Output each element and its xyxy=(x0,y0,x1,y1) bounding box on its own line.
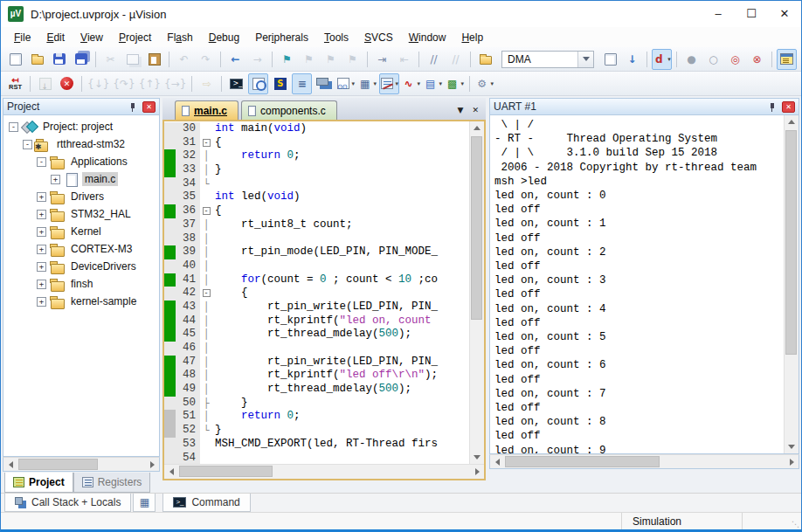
editor-tab-components-c[interactable]: components.c xyxy=(241,100,337,120)
tree-item-rtthread-stm32[interactable]: -rtthread-stm32 xyxy=(3,135,159,153)
open-file-button[interactable] xyxy=(27,49,47,70)
outdent-button[interactable]: ⇤ xyxy=(394,49,414,70)
disable-breakpoint-button[interactable]: ○ xyxy=(703,49,723,70)
editor-tab-main-c[interactable]: main.c xyxy=(175,100,239,120)
system-viewer-button[interactable]: ▤▾ xyxy=(423,73,443,94)
scrollbar-thumb[interactable] xyxy=(179,466,273,477)
editor-vertical-scrollbar[interactable] xyxy=(469,121,484,464)
debug-settings-button[interactable]: ⚙▾ xyxy=(474,73,494,94)
tree-expander[interactable]: + xyxy=(51,175,60,184)
toggle-bookmark-button[interactable]: ⚑ xyxy=(277,49,297,70)
menu-peripherals[interactable]: Peripherals xyxy=(247,29,316,46)
menu-flash[interactable]: Flash xyxy=(159,29,200,46)
paste-button[interactable] xyxy=(144,49,164,70)
editor-horizontal-scrollbar[interactable] xyxy=(164,464,484,479)
watch-windows-button[interactable]: ▾ xyxy=(335,73,356,94)
fold-collapse-icon[interactable]: - xyxy=(203,139,211,147)
search-dropdown-button[interactable] xyxy=(577,52,593,67)
tree-expander[interactable]: - xyxy=(37,157,46,167)
scroll-left-icon[interactable] xyxy=(3,458,17,471)
uart-horizontal-scrollbar[interactable] xyxy=(489,454,799,469)
insert-breakpoint-button[interactable]: ● xyxy=(681,49,702,70)
menu-file[interactable]: File xyxy=(6,29,38,46)
tree-expander[interactable]: + xyxy=(37,245,46,254)
registers-window-button[interactable]: ≡ xyxy=(292,73,312,94)
scroll-down-icon[interactable] xyxy=(785,440,799,453)
tree-item-stm32-hal[interactable]: +STM32_HAL xyxy=(3,205,159,223)
cut-button[interactable]: ✂ xyxy=(100,49,121,70)
dropdown-arrow-icon[interactable]: ▾ xyxy=(352,80,356,87)
tree-expander[interactable]: + xyxy=(37,192,46,202)
scrollbar-thumb[interactable] xyxy=(785,130,797,355)
tab-project[interactable]: Project xyxy=(4,473,73,493)
close-button[interactable]: ✕ xyxy=(768,1,801,27)
command-tab[interactable]: >_ Command xyxy=(162,494,250,512)
scroll-right-icon[interactable] xyxy=(145,458,159,471)
step-into-button[interactable]: {↓} xyxy=(86,73,110,94)
tree-expander[interactable]: + xyxy=(37,280,46,289)
run-to-cursor-button[interactable]: {→} xyxy=(163,73,187,94)
menu-tools[interactable]: Tools xyxy=(316,29,356,46)
scroll-left-icon[interactable] xyxy=(490,455,504,468)
tree-expander[interactable]: + xyxy=(37,210,46,219)
dropdown-arrow-icon[interactable]: ▾ xyxy=(461,80,465,87)
close-icon[interactable]: ✕ xyxy=(782,101,795,113)
code-editor[interactable]: 30 int main(void)31-{32│ return 0;33│}34… xyxy=(164,121,469,464)
tree-item-main-c[interactable]: +main.c xyxy=(3,170,159,188)
call-stack-window-button[interactable] xyxy=(314,73,334,94)
menu-window[interactable]: Window xyxy=(401,29,454,46)
save-button[interactable] xyxy=(49,49,69,70)
undo-button[interactable]: ↶ xyxy=(174,49,194,70)
find-dropdown-button[interactable]: d▾ xyxy=(652,49,672,70)
next-bookmark-button[interactable]: ⚑ xyxy=(321,49,341,70)
scroll-up-icon[interactable] xyxy=(470,121,484,135)
dropdown-arrow-icon[interactable]: ▾ xyxy=(439,80,443,87)
menu-help[interactable]: Help xyxy=(453,29,491,46)
step-over-button[interactable]: {↷} xyxy=(112,73,135,94)
dropdown-arrow-icon[interactable]: ▾ xyxy=(418,80,421,87)
tree-item-project-project[interactable]: -Project: project xyxy=(3,118,159,135)
memory-window-button[interactable]: ▦ xyxy=(133,494,156,512)
fold-marker[interactable]: - xyxy=(200,287,212,301)
fold-marker[interactable]: - xyxy=(200,204,212,218)
tree-item-kernel-sample[interactable]: +kernel-sample xyxy=(3,293,159,310)
copy-button[interactable] xyxy=(122,49,142,70)
scrollbar-thumb[interactable] xyxy=(505,456,660,467)
dropdown-arrow-icon[interactable]: ▾ xyxy=(374,80,377,87)
memory-windows-button[interactable]: ▦▾ xyxy=(357,73,377,94)
callstack-tab[interactable]: Call Stack + Locals xyxy=(4,494,131,512)
scrollbar-thumb[interactable] xyxy=(471,136,482,320)
clear-bookmarks-button[interactable]: ⚑ xyxy=(342,49,363,70)
scroll-right-icon[interactable] xyxy=(470,466,484,479)
menu-debug[interactable]: Debug xyxy=(201,29,247,46)
indent-button[interactable]: ⇥ xyxy=(372,49,392,70)
previous-bookmark-button[interactable]: ⚑ xyxy=(299,49,319,70)
uart-terminal[interactable]: \ | /- RT - Thread Operating System / | … xyxy=(490,115,784,453)
tree-expander[interactable]: + xyxy=(37,297,46,307)
command-window-button[interactable]: >_ xyxy=(226,73,246,94)
close-icon[interactable]: ✕ xyxy=(142,101,156,113)
dropdown-arrow-icon[interactable]: ▾ xyxy=(396,80,399,87)
tab-list-icon[interactable]: ▼ xyxy=(458,106,464,114)
tab-registers[interactable]: Registers xyxy=(73,473,151,493)
tree-expander[interactable]: - xyxy=(9,122,18,132)
new-file-button[interactable] xyxy=(5,49,25,70)
serial-windows-button[interactable]: ▾ xyxy=(379,73,399,94)
project-horizontal-scrollbar[interactable] xyxy=(3,457,160,472)
dropdown-arrow-icon[interactable]: ▾ xyxy=(491,80,494,87)
comment-button[interactable]: // xyxy=(424,49,444,70)
tree-expander[interactable]: - xyxy=(23,140,32,149)
redo-button[interactable]: ↷ xyxy=(196,49,216,70)
tree-item-cortex-m3[interactable]: +CORTEX-M3 xyxy=(3,240,159,258)
show-next-statement-button[interactable]: ⇨ xyxy=(197,73,217,94)
fold-marker[interactable]: - xyxy=(200,136,212,150)
maximize-button[interactable]: ☐ xyxy=(735,1,768,27)
find-in-files-doc-button[interactable] xyxy=(600,49,620,70)
fold-collapse-icon[interactable]: - xyxy=(203,207,211,215)
menu-svcs[interactable]: SVCS xyxy=(356,29,401,46)
symbol-window-button[interactable]: S xyxy=(270,73,290,94)
uncomment-button[interactable]: // xyxy=(446,49,466,70)
menu-view[interactable]: View xyxy=(73,29,111,46)
tree-item-devicedrivers[interactable]: +DeviceDrivers xyxy=(3,258,159,275)
scrollbar-thumb[interactable] xyxy=(18,459,98,470)
